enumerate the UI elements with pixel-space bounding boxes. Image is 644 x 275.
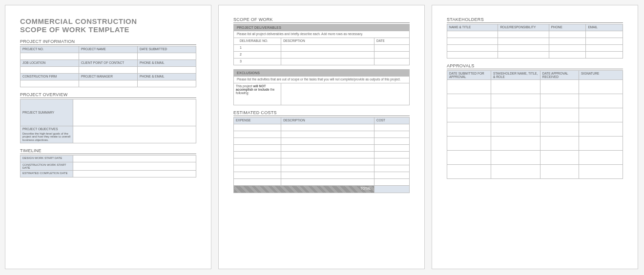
cell bbox=[549, 45, 586, 52]
cell bbox=[579, 80, 623, 94]
costs-table: EXPENSE DESCRIPTION COST TOTAL bbox=[233, 117, 410, 193]
cell bbox=[234, 165, 281, 172]
cell bbox=[498, 31, 549, 38]
cell bbox=[79, 66, 138, 73]
cell bbox=[281, 59, 374, 65]
deliverables-title: PROJECT DELIVERABLES bbox=[233, 24, 410, 31]
th-project-no: PROJECT NO. bbox=[21, 46, 79, 53]
cell bbox=[498, 45, 549, 52]
cell bbox=[21, 53, 79, 59]
section-approvals: APPROVALS bbox=[447, 63, 623, 69]
cell bbox=[73, 156, 196, 162]
cell bbox=[540, 137, 579, 151]
th-date-submitted-approval: DATE SUBMITTED FOR APPROVAL bbox=[447, 71, 491, 80]
cell bbox=[586, 38, 623, 45]
cell bbox=[374, 138, 409, 145]
cell bbox=[579, 137, 623, 151]
section-stakeholders: STAKEHOLDERS bbox=[447, 17, 623, 23]
cell bbox=[447, 80, 491, 94]
cell bbox=[491, 137, 540, 151]
cell bbox=[579, 94, 623, 108]
th-construction-firm: CONSTRUCTION FIRM bbox=[21, 73, 79, 80]
cell bbox=[281, 158, 374, 165]
exclusions-desc: Please list the activities that are out … bbox=[233, 77, 410, 83]
section-estimated-costs: ESTIMATED COSTS bbox=[233, 110, 410, 116]
cell bbox=[374, 145, 409, 152]
th-email: EMAIL bbox=[586, 24, 623, 31]
cell bbox=[447, 52, 498, 59]
cell bbox=[234, 138, 281, 145]
cell bbox=[281, 124, 374, 131]
pages-container: COMMERCIAL CONSTRUCTION SCOPE OF WORK TE… bbox=[5, 5, 639, 269]
exclusion-content bbox=[281, 83, 410, 105]
timeline-table: DESIGN WORK START DATE CONSTRUCTION WORK… bbox=[20, 155, 196, 177]
th-cost-desc: DESCRIPTION bbox=[281, 118, 374, 124]
cell bbox=[374, 52, 409, 59]
th-phone: PHONE bbox=[549, 24, 586, 31]
cell bbox=[79, 53, 138, 59]
cell bbox=[234, 158, 281, 165]
cell bbox=[540, 122, 579, 137]
th-phone-email: PHONE & EMAIL bbox=[138, 59, 196, 66]
cell bbox=[498, 38, 549, 45]
cell bbox=[374, 124, 409, 131]
cell bbox=[579, 122, 623, 137]
cell bbox=[540, 151, 579, 165]
cell bbox=[281, 145, 374, 152]
deliverables-desc: Please list all project deliverables and… bbox=[233, 31, 410, 38]
label-project-objectives: PROJECT OBJECTIVES Describe the high-lev… bbox=[21, 126, 73, 143]
th-project-manager: PROJECT MANAGER bbox=[79, 73, 138, 80]
page-3: STAKEHOLDERS NAME & TITLE ROLE/RESPONSIB… bbox=[432, 5, 638, 269]
cell bbox=[579, 165, 623, 179]
th-name-title: NAME & TITLE bbox=[447, 24, 498, 31]
section-scope-of-work: SCOPE OF WORK bbox=[233, 17, 410, 23]
cell bbox=[281, 172, 374, 179]
cell bbox=[138, 53, 196, 59]
cell bbox=[281, 165, 374, 172]
objectives-label-text: PROJECT OBJECTIVES bbox=[22, 127, 71, 131]
cell bbox=[234, 172, 281, 179]
th-signature: SIGNATURE bbox=[579, 71, 623, 80]
th-job-location: JOB LOCATION bbox=[21, 59, 79, 66]
section-project-overview: PROJECT OVERVIEW bbox=[20, 92, 196, 98]
cell bbox=[281, 152, 374, 158]
cell bbox=[447, 45, 498, 52]
cell bbox=[549, 38, 586, 45]
cell bbox=[549, 31, 586, 38]
cell bbox=[579, 151, 623, 165]
cell bbox=[281, 45, 374, 52]
cell bbox=[586, 31, 623, 38]
cell bbox=[579, 108, 623, 122]
th-phone-email-2: PHONE & EMAIL bbox=[138, 73, 196, 80]
cell-deliv-3: 3 bbox=[234, 59, 281, 65]
exclusions-title: EXCLUSIONS bbox=[233, 69, 410, 77]
cell bbox=[234, 145, 281, 152]
cell bbox=[491, 165, 540, 179]
deliverables-table: DELIVERABLE NO. DESCRIPTION DATE 1 2 3 bbox=[233, 38, 410, 65]
cell bbox=[540, 108, 579, 122]
th-date: DATE bbox=[374, 38, 409, 45]
cell bbox=[374, 131, 409, 138]
cell bbox=[491, 80, 540, 94]
cell bbox=[374, 172, 409, 179]
title-line-2: SCOPE OF WORK TEMPLATE bbox=[20, 25, 196, 34]
cell bbox=[281, 179, 374, 186]
exclusion-left-label: This project will NOT accomplish or incl… bbox=[234, 83, 281, 105]
exclusions-table: This project will NOT accomplish or incl… bbox=[233, 83, 410, 105]
cell bbox=[491, 94, 540, 108]
th-project-name: PROJECT NAME bbox=[79, 46, 138, 53]
label-project-summary: PROJECT SUMMARY bbox=[21, 99, 73, 126]
title-line-1: COMMERCIAL CONSTRUCTION bbox=[20, 17, 196, 25]
cell bbox=[586, 52, 623, 59]
cell bbox=[234, 152, 281, 158]
objectives-desc-text: Describe the high-level goals of the pro… bbox=[22, 132, 71, 142]
cell bbox=[549, 52, 586, 59]
cell bbox=[374, 152, 409, 158]
th-deliverable-no: DELIVERABLE NO. bbox=[234, 38, 281, 45]
cell bbox=[79, 80, 138, 87]
cell bbox=[374, 158, 409, 165]
cell bbox=[540, 94, 579, 108]
cell bbox=[374, 59, 409, 65]
th-client-contact: CLIENT POINT OF CONTACT bbox=[79, 59, 138, 66]
section-project-information: PROJECT INFORMATION bbox=[20, 39, 196, 45]
